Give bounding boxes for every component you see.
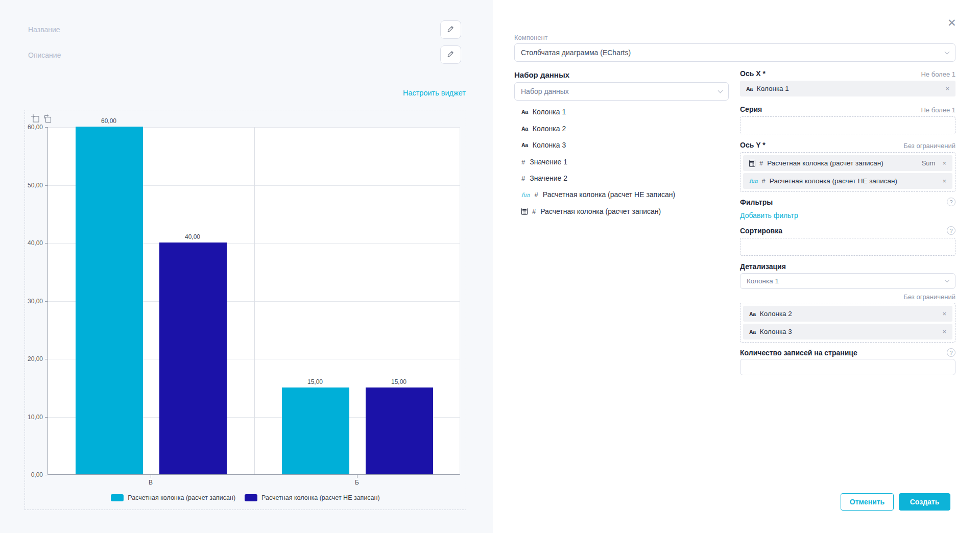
pencil-icon [447, 50, 455, 60]
dataset-field-item[interactable]: #Значение 1 [521, 155, 567, 168]
detail-select[interactable]: Колонка 1 [740, 273, 955, 289]
y-axis-tick [45, 359, 47, 359]
dataset-field-item[interactable]: AaКолонка 2 [521, 122, 566, 135]
field-chip[interactable]: fun#Расчетная колонка (расчет НЕ записан… [743, 173, 952, 189]
edit-name-button[interactable] [440, 20, 461, 39]
calculator-icon [749, 160, 755, 167]
add-filter-link[interactable]: Добавить фильтр [740, 211, 798, 220]
chart-plot-area [47, 127, 460, 475]
dataset-select[interactable]: Набор данных [514, 82, 729, 101]
legend-item[interactable]: Расчетная колонка (расчет НЕ записан) [245, 494, 380, 501]
series-limit-hint: Не более 1 [853, 106, 955, 114]
dataset-field-label: Колонка 1 [533, 108, 566, 116]
text-column-icon: Aa [521, 142, 528, 148]
bar-Расчетная-колонка-(расчет-записан)[interactable] [76, 127, 143, 474]
number-column-icon: # [762, 177, 766, 185]
bar-Расчетная-колонка-(расчет-НЕ-записан)[interactable] [159, 243, 227, 474]
filters-help-icon[interactable]: ? [947, 198, 955, 206]
bar-value-label: 40,00 [185, 233, 200, 240]
dataset-field-label: Расчетная колонка (расчет НЕ записан) [543, 190, 675, 199]
remove-chip-icon[interactable]: × [942, 178, 946, 184]
number-column-icon: # [759, 159, 763, 167]
dataset-field-label: Значение 1 [530, 158, 567, 166]
x-axis-category-label: В [149, 479, 153, 486]
chevron-down-icon [945, 49, 950, 54]
filters-label: Фильтры [740, 198, 773, 206]
chart-legend: Расчетная колонка (расчет записан)Расчет… [25, 494, 466, 501]
remove-chip-icon[interactable]: × [945, 85, 949, 92]
sorting-dropzone[interactable] [740, 238, 955, 256]
dataset-field-item[interactable]: AaКолонка 1 [521, 105, 566, 118]
series-dropzone[interactable] [740, 116, 955, 134]
dataset-field-item[interactable]: #Расчетная колонка (расчет записан) [521, 205, 661, 218]
bar-value-label: 60,00 [101, 117, 116, 125]
dataset-field-item[interactable]: AaКолонка 3 [521, 138, 566, 152]
axis-x-label: Ось X * [740, 69, 766, 78]
field-chip[interactable]: AaКолонка 3× [743, 324, 952, 340]
bar-Расчетная-колонка-(расчет-НЕ-записан)[interactable] [366, 387, 433, 474]
text-column-icon: Aa [746, 86, 753, 92]
sorting-help-icon[interactable]: ? [947, 226, 955, 235]
axis-y-label: Ось Y * [740, 141, 766, 149]
calculator-icon [521, 208, 528, 215]
y-axis-tick-label: 30,00 [28, 298, 43, 305]
y-axis-tick-label: 0,00 [31, 471, 43, 478]
field-chip[interactable]: AaКолонка 2× [743, 306, 952, 322]
series-label: Серия [740, 105, 762, 113]
x-axis-tick [357, 475, 357, 478]
dataset-field-label: Расчетная колонка (расчет записан) [540, 207, 661, 215]
y-axis-tick [45, 301, 47, 302]
create-button[interactable]: Создать [899, 493, 950, 511]
legend-label: Расчетная колонка (расчет записан) [128, 494, 235, 501]
bar-value-label: 15,00 [307, 378, 323, 385]
bar-value-label: 15,00 [391, 378, 407, 385]
page-size-input[interactable] [740, 359, 955, 375]
y-axis-tick-label: 50,00 [28, 182, 43, 189]
dataset-field-label: Колонка 3 [533, 141, 566, 149]
field-chip[interactable]: #Расчетная колонка (расчет записан)Sum× [743, 155, 952, 171]
configure-widget-link[interactable]: Настроить виджет [403, 89, 466, 97]
detail-chips: AaКолонка 2×AaКолонка 3× [740, 303, 955, 343]
cancel-button[interactable]: Отменить [841, 493, 894, 511]
widget-preview-panel: Название Описание Настроить виджет [0, 0, 493, 533]
text-column-icon: Aa [749, 329, 756, 335]
component-select[interactable]: Столбчатая диаграмма (ECharts) [514, 43, 955, 62]
dataset-heading: Набор данных [514, 70, 569, 79]
legend-item[interactable]: Расчетная колонка (расчет записан) [111, 494, 235, 501]
sorting-label: Сортировка [740, 227, 782, 235]
x-axis-tick [151, 475, 151, 478]
number-column-icon: # [535, 191, 538, 199]
widget-name-label: Название [28, 26, 60, 34]
close-icon[interactable]: ✕ [947, 17, 957, 28]
bar-Расчетная-колонка-(расчет-записан)[interactable] [282, 387, 349, 474]
widget-settings-panel: ✕ Компонент Столбчатая диаграмма (EChart… [493, 0, 980, 533]
page-size-help-icon[interactable]: ? [947, 348, 955, 357]
dataset-field-item[interactable]: #Значение 2 [521, 172, 567, 185]
pencil-icon [447, 25, 455, 35]
detail-limit-hint: Без ограничений [853, 293, 955, 301]
widget-description-label: Описание [28, 51, 61, 59]
chip-label: Колонка 1 [757, 85, 942, 92]
text-column-icon: Aa [749, 311, 756, 317]
text-column-icon: Aa [521, 126, 528, 132]
edit-description-button[interactable] [440, 45, 461, 64]
chevron-down-icon [718, 88, 723, 93]
field-chip[interactable]: AaКолонка 1× [740, 81, 955, 96]
remove-chip-icon[interactable]: × [942, 328, 946, 335]
page-size-label: Количество записей на странице [740, 349, 857, 357]
axis-y-chips: #Расчетная колонка (расчет записан)Sum×f… [740, 152, 955, 192]
number-column-icon: # [521, 175, 525, 182]
legend-swatch [245, 494, 257, 501]
chip-label: Колонка 3 [760, 328, 939, 335]
function-icon: fun [749, 178, 758, 184]
dataset-field-item[interactable]: fun#Расчетная колонка (расчет НЕ записан… [521, 188, 675, 201]
aggregation-tag[interactable]: Sum [922, 159, 936, 167]
category-split-line [254, 127, 255, 474]
y-axis-tick-label: 10,00 [28, 414, 43, 421]
number-column-icon: # [532, 208, 536, 215]
restore-zoom-icon[interactable] [43, 114, 52, 125]
remove-chip-icon[interactable]: × [942, 160, 946, 166]
y-axis-tick-label: 60,00 [28, 124, 43, 131]
remove-chip-icon[interactable]: × [942, 310, 946, 317]
y-axis-tick [45, 475, 47, 475]
